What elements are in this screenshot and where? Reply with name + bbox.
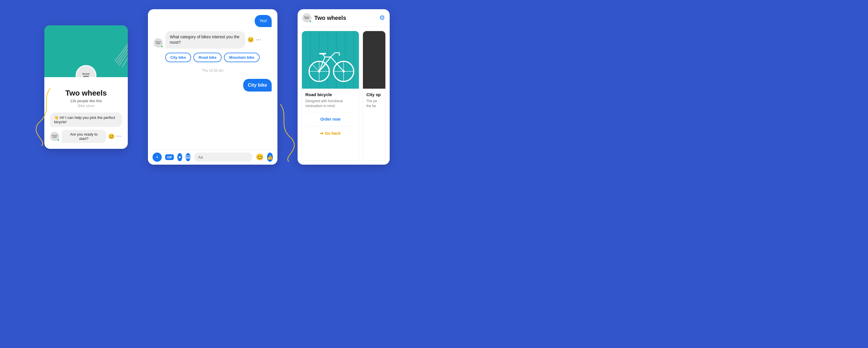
product-desc-2: The pe the far <box>366 99 382 108</box>
chat-messages: Yes! BicycleSHOP What category of bikes … <box>148 9 277 149</box>
go-back-label: Go back <box>324 131 340 135</box>
divider-2 <box>305 126 355 126</box>
bike-illustration-2 <box>363 31 385 89</box>
hero-image: BicycleSHOP <box>44 25 128 77</box>
product-desc-1: Designed with functional minimalism in m… <box>305 99 355 108</box>
go-back-button[interactable]: ➡ Go back <box>305 130 355 137</box>
svg-marker-6 <box>179 156 181 159</box>
likes-count: 12k people like this <box>50 99 122 103</box>
msg-row-question: BicycleSHOP What category of bikes inter… <box>154 31 272 49</box>
plus-button[interactable]: + <box>153 153 162 162</box>
product-avatar: BicycleSHOP <box>302 13 311 23</box>
chat-bubble-2: Are you ready to start? <box>62 130 106 143</box>
quick-reply-city[interactable]: City bike <box>165 53 191 62</box>
product-content: Road bicycle Designed with functional mi… <box>298 27 390 165</box>
divider-1 <box>305 112 355 112</box>
product-image-1 <box>302 31 359 89</box>
quick-replies: City bike Road bike Mountain bike <box>154 53 272 62</box>
msg-yes: Yes! <box>255 15 272 27</box>
page-category: Bike store <box>50 104 122 108</box>
avatar-dot <box>57 139 59 141</box>
phone-card: BicycleSHOP Two wheels 12k people like t… <box>44 25 128 149</box>
like-button[interactable]: 👍 <box>267 153 273 162</box>
msg-question: What category of bikes interest you the … <box>165 31 245 49</box>
chat-panel: Yes! BicycleSHOP What category of bikes … <box>148 9 277 165</box>
product-info-2: City sp The pe the far <box>363 89 385 160</box>
emoji-icon[interactable]: 😊 <box>108 133 115 139</box>
product-name-1: Road bicycle <box>305 92 355 97</box>
product-panel: BicycleSHOP Two wheels ⚙ <box>298 9 390 165</box>
bike-illustration <box>302 31 359 89</box>
product-card-2: City sp The pe the far <box>363 31 386 161</box>
msg-row-city: City bike <box>154 79 272 92</box>
timestamp: Thu 10:20 am <box>154 68 272 72</box>
quick-reply-road[interactable]: Road bike <box>193 53 222 62</box>
more-icon[interactable]: ••• <box>116 134 122 138</box>
product-image-2 <box>363 31 385 89</box>
chat-row: BicycleSHOP Are you ready to start? 😊 ••… <box>50 130 122 143</box>
page-title: Two wheels <box>50 89 122 98</box>
message-input[interactable] <box>194 153 252 162</box>
msg-more-icon[interactable]: ••• <box>256 38 262 42</box>
forward-button[interactable] <box>177 153 182 161</box>
svg-rect-39 <box>363 31 385 89</box>
product-header: BicycleSHOP Two wheels ⚙ <box>298 9 390 27</box>
quick-reply-mountain[interactable]: Mountain bike <box>224 53 259 62</box>
msg-city-bike: City bike <box>243 79 272 92</box>
deco-wire-left <box>36 88 53 146</box>
svg-rect-38 <box>319 53 326 54</box>
chat-avatar: BicycleSHOP <box>154 38 163 48</box>
emoji-button[interactable]: 😊 <box>256 153 264 161</box>
product-name-2: City sp <box>366 92 382 97</box>
chat-avatar-dot <box>161 45 163 48</box>
product-info-1: Road bicycle Designed with functional mi… <box>302 89 359 160</box>
card-body: Two wheels 12k people like this Bike sto… <box>44 77 128 149</box>
image-button[interactable] <box>186 153 190 161</box>
image-icon <box>186 155 190 159</box>
panel-1: BicycleSHOP Two wheels 12k people like t… <box>38 20 133 155</box>
chat-icons: 😊 ••• <box>108 133 122 139</box>
product-card-1: Road bicycle Designed with functional mi… <box>302 31 359 161</box>
msg-emoji-icon[interactable]: 😊 <box>248 37 254 43</box>
chat-input-bar: + GIF 😊 <box>148 149 277 165</box>
settings-icon[interactable]: ⚙ <box>379 14 385 22</box>
panel-3: BicycleSHOP Two wheels ⚙ <box>292 3 396 170</box>
forward-icon <box>178 155 182 159</box>
product-page-title: Two wheels <box>314 15 346 21</box>
product-header-left: BicycleSHOP Two wheels <box>302 13 346 23</box>
intro-bubble: 👋 Hi! I can help you pick the perfect bi… <box>50 113 122 127</box>
gif-button[interactable]: GIF <box>165 154 174 160</box>
product-avatar-dot <box>309 21 311 23</box>
deco-wire-right <box>277 104 295 162</box>
panel-2: Yes! BicycleSHOP What category of bikes … <box>133 3 292 170</box>
msg-row-yes: Yes! <box>154 15 272 27</box>
go-back-arrow: ➡ <box>320 131 323 135</box>
order-button[interactable]: Order now <box>305 116 355 123</box>
